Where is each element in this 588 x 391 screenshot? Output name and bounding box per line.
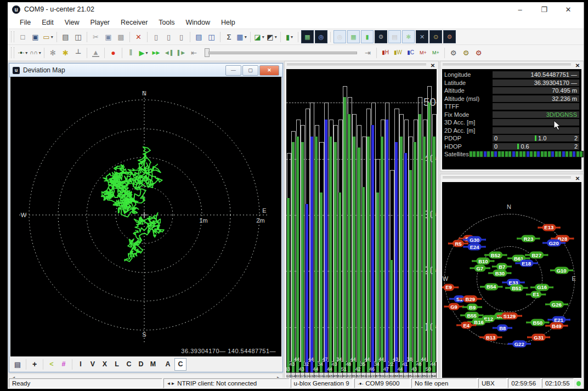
dropdown-arrow-icon[interactable]: ▾ <box>25 50 27 55</box>
panel-grip[interactable]: ✕ <box>440 174 583 182</box>
autobaud-button[interactable]: ✻ <box>47 47 59 59</box>
dropdown-arrow-icon[interactable]: ▾ <box>145 50 148 55</box>
config-gear-3-button[interactable]: ⚙ <box>473 47 484 59</box>
deviation-zoom-v-button[interactable]: V <box>87 359 98 370</box>
close-button[interactable]: ✕ <box>556 2 580 16</box>
grip-handle[interactable] <box>287 64 426 67</box>
export-log-kml-button[interactable]: ▯ <box>163 31 174 43</box>
grip-handle[interactable] <box>443 177 571 180</box>
skip-to-end-button[interactable]: ⇥ <box>362 47 374 59</box>
dropdown-arrow-icon[interactable]: ▾ <box>275 35 277 39</box>
minimize-button[interactable]: – <box>508 2 532 16</box>
packet-view-button[interactable]: ✕ <box>416 30 428 43</box>
menu-help[interactable]: Help <box>216 19 241 26</box>
deviation-zoom-m-button[interactable]: M <box>148 359 159 370</box>
dropdown-arrow-icon[interactable]: ▾ <box>291 35 293 39</box>
child-close-button[interactable]: ✕ <box>259 65 279 76</box>
deviation-zoom-x-button[interactable]: X <box>99 359 110 370</box>
deviation-map-canvas[interactable]: NSWE1m2m 36.39304170— 140.54487751— <box>10 77 281 356</box>
debug-messages-button[interactable]: ✱ <box>60 47 71 59</box>
menu-tools[interactable]: Tools <box>153 19 180 26</box>
message-rate-up-button[interactable]: M+ <box>430 47 442 59</box>
warm-start-button[interactable]: ▮W <box>392 47 404 59</box>
print-button[interactable]: ▤ <box>60 31 71 43</box>
table-view-button[interactable]: ▦▾ <box>236 31 247 43</box>
menu-file[interactable]: File <box>14 19 36 26</box>
menu-edit[interactable]: Edit <box>36 19 59 26</box>
panel-grip[interactable]: ✕ <box>440 61 583 69</box>
panel-close-icon[interactable]: ✕ <box>574 63 581 69</box>
play-log-button[interactable]: ▶▾ <box>138 47 149 59</box>
menu-view[interactable]: View <box>59 19 85 26</box>
deviation-map-titlebar[interactable]: u Deviation Map — ▢ ✕ <box>9 64 282 77</box>
step-forward-button[interactable]: ▌▶ <box>176 47 187 59</box>
deviation-map-view-button[interactable]: ◎ <box>333 30 346 43</box>
mdi-horizontal-scrollbar[interactable]: ◀ ▶ <box>9 373 283 378</box>
panel-close-icon[interactable]: ✕ <box>429 63 436 69</box>
message-rate-down-button[interactable]: M+ <box>417 47 429 59</box>
dropdown-arrow-icon[interactable]: ▾ <box>39 50 41 55</box>
open-file-button[interactable]: ▭▾ <box>42 31 54 43</box>
new-file-button[interactable]: □ <box>17 31 29 43</box>
child-minimize-button[interactable]: — <box>225 65 241 76</box>
export-log-gpx-button[interactable]: ▯ <box>176 31 187 43</box>
scroll-left-icon[interactable]: ◀ <box>9 375 17 378</box>
menu-window[interactable]: Window <box>180 19 216 26</box>
step-back-button[interactable]: ◀▐ <box>163 47 174 59</box>
cut-button[interactable]: ✂ <box>90 31 101 43</box>
signal-chart-view-button[interactable]: ▮ <box>361 30 374 43</box>
dropdown-arrow-icon[interactable]: ▾ <box>51 35 53 39</box>
camera-view-button[interactable]: ◩▾ <box>266 31 278 43</box>
deviation-zoom-c-button[interactable]: C <box>123 359 134 370</box>
connect-receiver-button[interactable]: -●-▾ <box>17 47 29 59</box>
config-gear-1-button[interactable]: ⚙ <box>448 47 459 59</box>
fast-forward-button[interactable]: ▶▶ <box>150 47 162 59</box>
dropdown-arrow-icon[interactable]: ▾ <box>262 35 264 39</box>
histogram-view-button[interactable]: ▮▾ <box>284 31 295 43</box>
deviation-angle-tool-button[interactable]: < <box>46 359 57 370</box>
baudrate-button[interactable]: ∩∩▾ <box>30 47 41 59</box>
menu-player[interactable]: Player <box>85 19 115 26</box>
chart-view-button[interactable]: ◪▾ <box>253 31 265 43</box>
statistic-view-button[interactable]: Σ <box>223 31 235 43</box>
pause-playback-button[interactable]: ‖ <box>125 47 137 59</box>
toolbar-grip[interactable] <box>11 31 14 42</box>
paste-button[interactable]: ▩ <box>115 31 127 43</box>
deviation-zoom-i-button[interactable]: I <box>75 359 86 370</box>
restore-button[interactable]: ❐ <box>532 2 556 16</box>
print-preview-button[interactable]: ◫ <box>72 31 84 43</box>
deviation-zoom-d-button[interactable]: D <box>135 359 146 370</box>
skip-to-start-button[interactable]: ⇤ <box>188 47 200 59</box>
save-file-button[interactable]: ▣ <box>30 31 41 43</box>
sky-view-button[interactable]: ✱ <box>402 30 415 43</box>
copy-button[interactable]: ▣ <box>103 31 114 43</box>
record-log-button[interactable]: ● <box>108 47 119 59</box>
config-view-button[interactable]: ⚙ <box>443 30 456 43</box>
google-map-view-button[interactable]: ▦ <box>347 30 360 43</box>
deviation-zoom-c-button[interactable]: C <box>174 358 186 371</box>
deviation-zoom-a-button[interactable]: A <box>162 359 173 370</box>
clock-view-button[interactable]: ⊙ <box>429 30 442 43</box>
child-restore-button[interactable]: ▢ <box>242 65 258 76</box>
panel-close-icon[interactable]: ✕ <box>574 175 581 182</box>
scroll-right-icon[interactable]: ▶ <box>275 375 282 378</box>
docking-gear-view-button[interactable]: ⚙ <box>375 30 387 43</box>
deviation-grid-tool-button[interactable]: # <box>58 359 69 370</box>
eject-log-button[interactable]: ▲ <box>90 47 101 59</box>
toolbar-grip[interactable] <box>11 47 14 58</box>
map-view-button[interactable]: ▦ <box>301 30 314 43</box>
deviation-pan-button[interactable]: + <box>29 359 40 370</box>
panel-grip[interactable]: ✕ <box>285 61 438 69</box>
export-log-text-button[interactable]: ▯ <box>150 31 162 43</box>
binary-console-button[interactable]: ◫ <box>206 31 217 43</box>
deviation-zoom-l-button[interactable]: L <box>111 359 122 370</box>
playback-position-slider[interactable] <box>205 48 357 57</box>
antenna-button[interactable]: ┴ <box>72 47 84 59</box>
config-gear-2-button[interactable]: ⚙ <box>460 47 472 59</box>
menu-receiver[interactable]: Receiver <box>115 19 153 26</box>
deviation-properties-button[interactable]: ▤ <box>12 359 23 370</box>
grip-handle[interactable] <box>443 64 571 67</box>
cold-start-button[interactable]: ▮C <box>405 47 416 59</box>
compass-view-button[interactable]: ◎ <box>315 30 327 43</box>
dropdown-arrow-icon[interactable]: ▾ <box>245 35 247 39</box>
